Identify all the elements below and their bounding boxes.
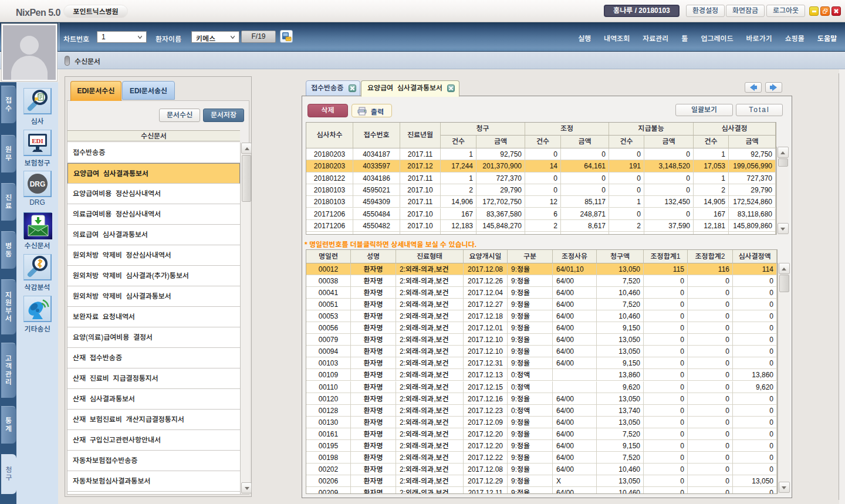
svg-text:EDI: EDI	[32, 137, 43, 144]
svg-text:DRG: DRG	[29, 180, 45, 188]
